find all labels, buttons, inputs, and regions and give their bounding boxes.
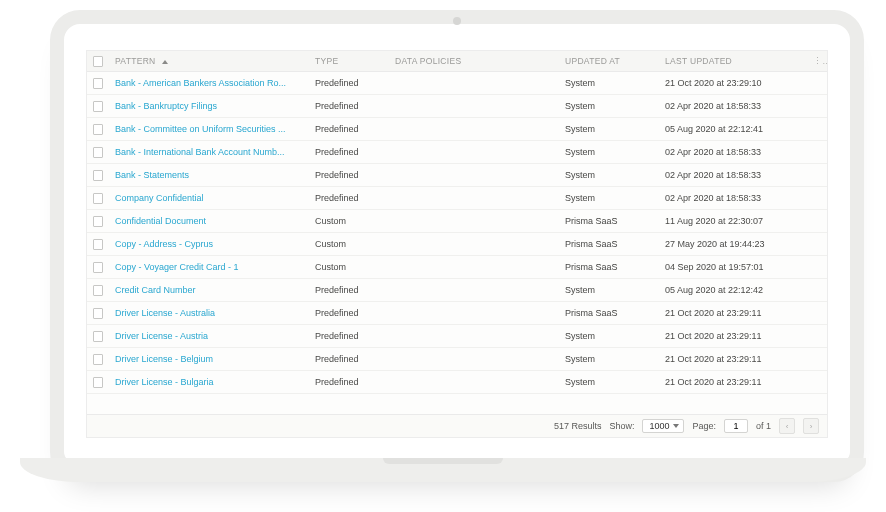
table-body: Bank - American Bankers Association Ro..… — [87, 72, 827, 416]
last-updated-cell: 11 Aug 2020 at 22:30:07 — [659, 216, 807, 226]
show-label: Show: — [609, 421, 634, 431]
type-cell: Predefined — [309, 124, 389, 134]
table-row: Copy - Address - CyprusCustomPrisma SaaS… — [87, 233, 827, 256]
page-input[interactable] — [724, 419, 748, 433]
col-type[interactable]: TYPE — [309, 56, 389, 66]
table-footer: 517 Results Show: 1000 Page: of 1 ‹ › — [87, 414, 827, 437]
type-cell: Predefined — [309, 193, 389, 203]
updated-at-cell: System — [559, 124, 659, 134]
pattern-link[interactable]: Bank - American Bankers Association Ro..… — [109, 78, 309, 88]
last-updated-cell: 02 Apr 2020 at 18:58:33 — [659, 170, 807, 180]
col-data-policies[interactable]: DATA POLICIES — [389, 56, 559, 66]
row-checkbox[interactable] — [87, 285, 109, 296]
table-header: PATTERN TYPE DATA POLICIES UPDATED AT LA… — [87, 51, 827, 72]
last-updated-cell: 05 Aug 2020 at 22:12:42 — [659, 285, 807, 295]
pattern-link[interactable]: Copy - Voyager Credit Card - 1 — [109, 262, 309, 272]
row-checkbox[interactable] — [87, 377, 109, 388]
pattern-link[interactable]: Driver License - Belgium — [109, 354, 309, 364]
updated-at-cell: System — [559, 331, 659, 341]
type-cell: Predefined — [309, 308, 389, 318]
row-checkbox[interactable] — [87, 147, 109, 158]
checkbox-icon — [93, 147, 103, 158]
updated-at-cell: Prisma SaaS — [559, 308, 659, 318]
updated-at-cell: System — [559, 377, 659, 387]
table-row: Driver License - AustraliaPredefinedPris… — [87, 302, 827, 325]
checkbox-icon — [93, 56, 103, 67]
page-size-select[interactable]: 1000 — [642, 419, 684, 433]
updated-at-cell: System — [559, 285, 659, 295]
col-last-updated[interactable]: LAST UPDATED — [659, 56, 807, 66]
last-updated-cell: 02 Apr 2020 at 18:58:33 — [659, 193, 807, 203]
row-checkbox[interactable] — [87, 101, 109, 112]
last-updated-cell: 02 Apr 2020 at 18:58:33 — [659, 101, 807, 111]
table-row: Driver License - BelgiumPredefinedSystem… — [87, 348, 827, 371]
last-updated-cell: 05 Aug 2020 at 22:12:41 — [659, 124, 807, 134]
type-cell: Predefined — [309, 377, 389, 387]
pattern-link[interactable]: Driver License - Bulgaria — [109, 377, 309, 387]
table-row: Bank - American Bankers Association Ro..… — [87, 72, 827, 95]
chevron-right-icon: › — [810, 422, 813, 431]
pattern-link[interactable]: Confidential Document — [109, 216, 309, 226]
checkbox-icon — [93, 170, 103, 181]
updated-at-cell: System — [559, 170, 659, 180]
pattern-link[interactable]: Bank - International Bank Account Numb..… — [109, 147, 309, 157]
checkbox-icon — [93, 377, 103, 388]
select-all-cell[interactable] — [87, 56, 109, 67]
pattern-link[interactable]: Bank - Bankruptcy Filings — [109, 101, 309, 111]
row-checkbox[interactable] — [87, 354, 109, 365]
row-checkbox[interactable] — [87, 262, 109, 273]
type-cell: Predefined — [309, 354, 389, 364]
updated-at-cell: Prisma SaaS — [559, 216, 659, 226]
checkbox-icon — [93, 124, 103, 135]
data-pattern-panel: PATTERN TYPE DATA POLICIES UPDATED AT LA… — [86, 50, 828, 438]
updated-at-cell: System — [559, 193, 659, 203]
table-row: Bank - Bankruptcy FilingsPredefinedSyste… — [87, 95, 827, 118]
last-updated-cell: 04 Sep 2020 at 19:57:01 — [659, 262, 807, 272]
last-updated-cell: 02 Apr 2020 at 18:58:33 — [659, 147, 807, 157]
pattern-link[interactable]: Company Confidential — [109, 193, 309, 203]
pattern-link[interactable]: Driver License - Australia — [109, 308, 309, 318]
row-checkbox[interactable] — [87, 124, 109, 135]
row-checkbox[interactable] — [87, 170, 109, 181]
column-menu-button[interactable]: ⋮ — [807, 56, 827, 66]
table-row: Credit Card NumberPredefinedSystem05 Aug… — [87, 279, 827, 302]
table-row: Bank - Committee on Uniform Securities .… — [87, 118, 827, 141]
pattern-link[interactable]: Bank - Committee on Uniform Securities .… — [109, 124, 309, 134]
type-cell: Predefined — [309, 331, 389, 341]
type-cell: Predefined — [309, 78, 389, 88]
checkbox-icon — [93, 354, 103, 365]
pattern-link[interactable]: Credit Card Number — [109, 285, 309, 295]
next-page-button[interactable]: › — [803, 418, 819, 434]
row-checkbox[interactable] — [87, 78, 109, 89]
type-cell: Custom — [309, 239, 389, 249]
col-updated-at[interactable]: UPDATED AT — [559, 56, 659, 66]
updated-at-cell: System — [559, 78, 659, 88]
type-cell: Predefined — [309, 285, 389, 295]
prev-page-button[interactable]: ‹ — [779, 418, 795, 434]
last-updated-cell: 27 May 2020 at 19:44:23 — [659, 239, 807, 249]
camera-dot — [453, 17, 461, 25]
laptop-frame: PATTERN TYPE DATA POLICIES UPDATED AT LA… — [50, 10, 864, 482]
col-pattern[interactable]: PATTERN — [109, 56, 309, 66]
checkbox-icon — [93, 101, 103, 112]
table-row: Confidential DocumentCustomPrisma SaaS11… — [87, 210, 827, 233]
table-row: Bank - StatementsPredefinedSystem02 Apr … — [87, 164, 827, 187]
laptop-base — [20, 458, 866, 482]
row-checkbox[interactable] — [87, 308, 109, 319]
type-cell: Predefined — [309, 101, 389, 111]
page-label: Page: — [692, 421, 716, 431]
row-checkbox[interactable] — [87, 193, 109, 204]
table-row: Driver License - AustriaPredefinedSystem… — [87, 325, 827, 348]
row-checkbox[interactable] — [87, 331, 109, 342]
table-row: Company ConfidentialPredefinedSystem02 A… — [87, 187, 827, 210]
pattern-link[interactable]: Driver License - Austria — [109, 331, 309, 341]
checkbox-icon — [93, 308, 103, 319]
checkbox-icon — [93, 193, 103, 204]
checkbox-icon — [93, 331, 103, 342]
updated-at-cell: Prisma SaaS — [559, 239, 659, 249]
pattern-link[interactable]: Copy - Address - Cyprus — [109, 239, 309, 249]
pattern-link[interactable]: Bank - Statements — [109, 170, 309, 180]
last-updated-cell: 21 Oct 2020 at 23:29:11 — [659, 354, 807, 364]
row-checkbox[interactable] — [87, 239, 109, 250]
row-checkbox[interactable] — [87, 216, 109, 227]
